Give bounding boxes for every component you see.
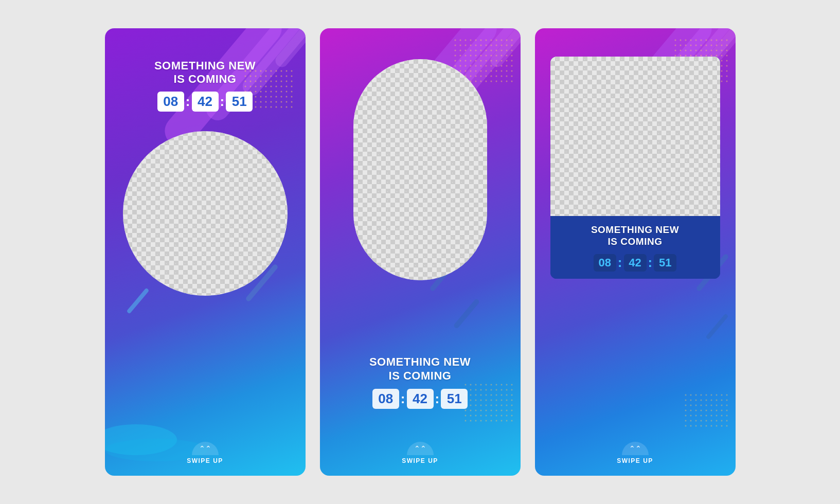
card3-swipe-up[interactable]: ⌃⌃ SWIPE UP <box>535 442 736 464</box>
card2-chevron-icon: ⌃⌃ <box>414 445 426 452</box>
card2-swipe-up[interactable]: ⌃⌃ SWIPE UP <box>320 442 521 464</box>
card2-colon2: : <box>435 391 440 407</box>
card3-image-placeholder <box>550 57 720 216</box>
card-3: SOMETHING NEW IS COMING 08 : 42 : 51 ⌃⌃ … <box>535 28 736 476</box>
card2-image-placeholder <box>353 59 487 280</box>
card1-image-placeholder <box>123 131 288 296</box>
card3-hours: 08 <box>594 254 616 272</box>
card3-minutes: 42 <box>624 254 647 272</box>
card1-colon2: : <box>220 94 225 110</box>
card2-colon1: : <box>401 391 405 407</box>
svg-rect-32 <box>684 393 730 429</box>
card1-minutes: 42 <box>192 92 219 112</box>
card3-info-box: SOMETHING NEW IS COMING 08 : 42 : 51 <box>550 57 720 279</box>
card2-heading: SOMETHING NEW IS COMING <box>320 355 521 383</box>
card3-colon2: : <box>648 255 653 271</box>
svg-rect-6 <box>126 287 149 314</box>
card3-swipe-label: SWIPE UP <box>617 457 653 464</box>
card-1: SOMETHING NEW IS COMING 08 : 42 : 51 ⌃⌃ … <box>105 28 306 476</box>
svg-rect-17 <box>453 298 480 329</box>
card2-swipe-label: SWIPE UP <box>402 457 438 464</box>
card2-minutes: 42 <box>407 389 434 409</box>
card1-swipe-up[interactable]: ⌃⌃ SWIPE UP <box>105 442 306 464</box>
card3-swipe-circle: ⌃⌃ <box>622 442 649 455</box>
card2-timer: 08 : 42 : 51 <box>320 389 521 409</box>
svg-rect-28 <box>705 313 728 339</box>
card1-swipe-circle: ⌃⌃ <box>192 442 219 455</box>
card1-heading: SOMETHING NEW IS COMING <box>105 59 306 86</box>
card3-text-area: SOMETHING NEW IS COMING 08 : 42 : 51 <box>550 216 720 279</box>
card3-seconds: 51 <box>654 254 676 272</box>
card3-chevron-icon: ⌃⌃ <box>629 445 641 452</box>
card2-swipe-circle: ⌃⌃ <box>407 442 434 455</box>
card1-colon1: : <box>186 94 190 110</box>
card1-heading-block: SOMETHING NEW IS COMING 08 : 42 : 51 <box>105 59 306 112</box>
card1-swipe-label: SWIPE UP <box>187 457 223 464</box>
card2-hours: 08 <box>372 389 399 409</box>
svg-rect-14 <box>488 28 520 69</box>
card1-hours: 08 <box>157 92 184 112</box>
card2-seconds: 51 <box>441 389 468 409</box>
card1-chevron-icon: ⌃⌃ <box>199 445 211 452</box>
card3-heading: SOMETHING NEW IS COMING <box>559 224 712 248</box>
card3-timer: 08 : 42 : 51 <box>559 254 712 272</box>
card-2: SOMETHING NEW IS COMING 08 : 42 : 51 ⌃⌃ … <box>320 28 521 476</box>
card1-timer: 08 : 42 : 51 <box>105 92 306 112</box>
card1-seconds: 51 <box>226 92 253 112</box>
card3-colon1: : <box>618 255 622 271</box>
card2-text-block: SOMETHING NEW IS COMING 08 : 42 : 51 <box>320 355 521 409</box>
